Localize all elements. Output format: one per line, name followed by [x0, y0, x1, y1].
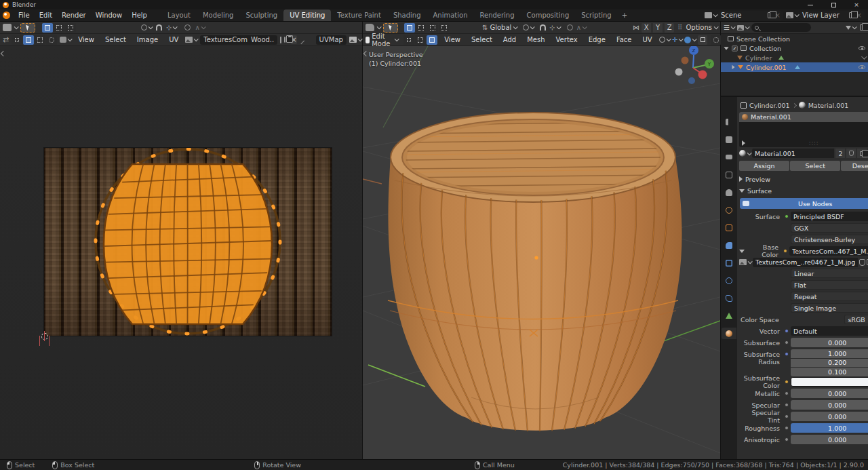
outliner-filter-dropdown[interactable] — [846, 26, 856, 30]
uv-snap-toggle[interactable] — [156, 24, 162, 31]
mode-dropdown[interactable]: Edit Mode — [366, 33, 398, 47]
options-dropdown[interactable]: Options — [686, 24, 717, 31]
expand-icon[interactable] — [724, 47, 728, 50]
close-button[interactable]: × — [845, 0, 868, 9]
uv-2d-cursor[interactable] — [40, 332, 49, 340]
visibility-eye-icon[interactable] — [859, 65, 865, 69]
tab-object[interactable] — [722, 222, 736, 233]
tab-uv-editing[interactable]: UV Editing — [283, 9, 331, 21]
color-space-dropdown[interactable]: sRGB — [844, 315, 868, 324]
new-scene-icon[interactable] — [768, 12, 773, 18]
tab-object-data[interactable] — [722, 310, 736, 321]
uv-active-tool-button[interactable] — [20, 23, 35, 33]
uv-mesh-overlay[interactable] — [44, 148, 332, 336]
uv-proportional-edit-toggle[interactable] — [184, 24, 191, 31]
uv-pivot-dropdown[interactable] — [141, 24, 152, 31]
outliner-row-cylinder[interactable]: Cylinder — [721, 53, 868, 62]
visibility-dropdown[interactable] — [659, 37, 670, 43]
shading-wireframe-button[interactable] — [711, 35, 722, 45]
uv-select-subtract-button[interactable] — [65, 23, 76, 33]
tab-rendering[interactable]: Rendering — [473, 9, 520, 21]
menu-help[interactable]: Help — [127, 9, 152, 22]
transform-orientation-dropdown[interactable]: ⇅Global — [482, 24, 517, 31]
select-mode-extend-button[interactable] — [416, 23, 427, 33]
material-name-field[interactable]: Material.001 — [752, 149, 834, 158]
material-slot-list[interactable]: Material.001 :::: — [739, 112, 868, 147]
fake-user-icon[interactable] — [280, 37, 281, 43]
navigation-gizmo[interactable]: Z Y — [675, 46, 715, 84]
vp-menu-edge[interactable]: Edge — [585, 34, 610, 46]
uv-toolbar-collapse-icon[interactable] — [1, 51, 6, 56]
source-dropdown[interactable]: Single Image — [791, 303, 868, 313]
outliner-row-cylinder-001[interactable]: Cylinder.001 — [721, 62, 868, 72]
barrel-mesh[interactable] — [388, 113, 682, 431]
outliner-editor-type-dropdown[interactable]: ☰ — [724, 24, 734, 31]
vp-menu-view[interactable]: View — [440, 34, 465, 46]
tab-modifiers[interactable] — [722, 239, 736, 251]
blender-menu-icon[interactable] — [3, 12, 10, 19]
uvmap-field[interactable]: UVMap — [316, 35, 347, 45]
slot-list-grip[interactable]: :::: — [809, 140, 819, 146]
tab-scripting[interactable]: Scripting — [575, 9, 617, 21]
uv-select-extend-button[interactable] — [54, 23, 64, 33]
tab-compositing[interactable]: Compositing — [521, 9, 576, 21]
tab-tool[interactable] — [722, 116, 736, 128]
scene-selector[interactable]: Scene × — [705, 11, 783, 20]
breadcrumb-material[interactable]: Material.001 — [808, 102, 849, 109]
menu-file[interactable]: File — [14, 9, 35, 22]
gizmo-neg-y-axis[interactable] — [675, 68, 683, 76]
tab-layout[interactable]: Layout — [161, 9, 197, 21]
gizmos-dropdown[interactable]: ✛ — [672, 36, 682, 43]
material-slot-item[interactable]: Material.001 — [739, 112, 868, 122]
maximize-button[interactable] — [822, 0, 845, 9]
snap-target-dropdown[interactable]: ⊹ — [549, 24, 559, 31]
mirror-y-button[interactable]: Y — [653, 23, 663, 33]
image-name-field[interactable]: TexturesCom_..re0467_1_M.jpg — [753, 258, 858, 267]
extension-dropdown[interactable]: Repeat — [791, 292, 868, 301]
uv-sticky-select-dropdown[interactable] — [60, 37, 71, 43]
gizmo-x-axis[interactable] — [698, 71, 707, 79]
new-image-icon[interactable] — [284, 37, 285, 43]
select-mode-subtract-button[interactable] — [427, 23, 438, 33]
use-nodes-button[interactable]: Use Nodes — [740, 198, 868, 209]
uv-vertex-mode-button[interactable] — [12, 35, 22, 45]
select-button[interactable]: Select — [790, 161, 840, 171]
surface-shader-field[interactable]: Principled BSDF — [791, 212, 868, 221]
pivot-point-dropdown[interactable] — [523, 24, 534, 31]
menu-edit[interactable]: Edit — [35, 9, 57, 22]
uv-snap-target-dropdown[interactable]: ⊹ — [166, 24, 176, 31]
gizmo-neg-x-axis[interactable] — [682, 57, 689, 64]
tab-material[interactable] — [722, 328, 736, 339]
tab-sculpting[interactable]: Sculpting — [239, 9, 283, 21]
uv-menu-image[interactable]: Image — [133, 34, 162, 46]
collection-visibility-eye-icon[interactable] — [859, 46, 865, 50]
specular-slider[interactable]: 0.000 — [791, 400, 868, 410]
browse-image-dropdown[interactable] — [739, 259, 751, 265]
vp-menu-uv[interactable]: UV — [639, 34, 656, 46]
uv-select-new-button[interactable] — [42, 23, 53, 33]
gizmo-neg-z-axis[interactable] — [688, 77, 695, 84]
vertex-select-button[interactable] — [403, 35, 414, 45]
vp-menu-face[interactable]: Face — [612, 34, 636, 46]
uv-sync-icon[interactable]: ⇄ — [3, 35, 9, 44]
menu-window[interactable]: Window — [91, 9, 127, 22]
tab-texture-paint[interactable]: Texture Paint — [331, 9, 387, 21]
radius-y-field[interactable]: 0.200 — [791, 359, 868, 368]
edge-select-button[interactable] — [415, 35, 426, 45]
tab-view-layer[interactable] — [722, 169, 736, 180]
slot-list-expand-icon[interactable] — [742, 140, 745, 146]
uv-island-mode-button[interactable] — [46, 35, 57, 45]
new-collection-icon[interactable] — [860, 24, 865, 31]
anisotropic-slider[interactable]: 0.000 — [791, 435, 868, 444]
uv-menu-select[interactable]: Select — [101, 34, 130, 46]
uv-falloff-dropdown[interactable]: ∧ — [195, 24, 204, 31]
browse-material-dropdown[interactable] — [739, 150, 751, 157]
tab-shading[interactable]: Shading — [387, 9, 427, 21]
viewport-canvas[interactable]: Z Y User Perspective (1) Cylinder:001 — [363, 46, 720, 459]
base-color-texture-field[interactable]: TexturesCom..467_1_M.jpg — [789, 246, 868, 256]
image-fake-user-icon[interactable] — [859, 259, 865, 266]
roughness-slider[interactable]: 1.000 — [791, 423, 868, 433]
select-mode-invert-button[interactable] — [439, 23, 450, 33]
vp-menu-vertex[interactable]: Vertex — [552, 34, 582, 46]
outliner-search-input[interactable] — [751, 23, 811, 32]
